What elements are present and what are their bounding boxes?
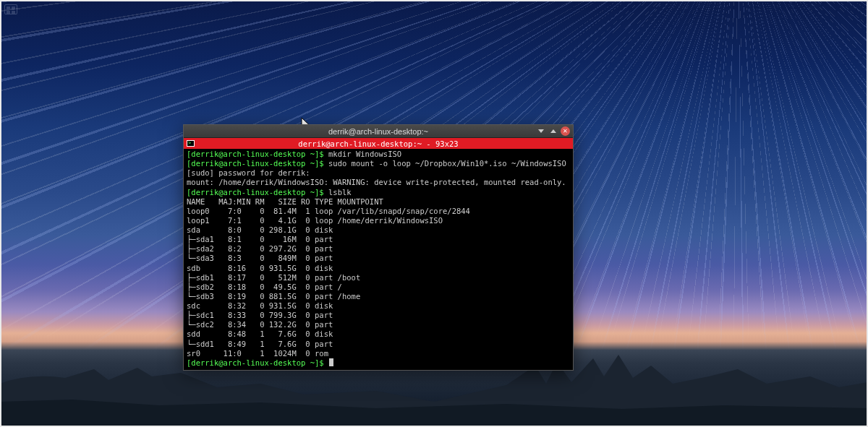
command-1: mkdir WindowsISO	[328, 150, 401, 158]
lsblk-header: NAME MAJ:MIN RM SIZE RO TYPE MOUNTPOINT	[187, 197, 383, 206]
window-titlebar[interactable]: derrik@arch-linux-desktop:~	[184, 125, 573, 138]
prompt-bracket-close: ]$	[315, 159, 324, 168]
terminal-icon	[187, 140, 195, 147]
lsblk-row: ├─sda2 8:2 0 297.2G 0 part	[187, 244, 338, 253]
lsblk-row: ├─sdb1 8:17 0 512M 0 part /boot	[187, 273, 360, 282]
terminal-session-label: derrik@arch-linux-desktop:~ - 93x23	[184, 139, 573, 148]
prompt-bracket-close: ]$	[315, 150, 324, 158]
lsblk-row: ├─sda1 8:1 0 16M 0 part	[187, 235, 338, 243]
lsblk-row: └─sdd1 8:49 1 7.6G 0 part	[187, 340, 338, 348]
lsblk-row: └─sdb3 8:19 0 881.5G 0 part /home	[187, 292, 360, 301]
terminal-body[interactable]: [derrik@arch-linux-desktop ~]$ mkdir Win…	[184, 149, 573, 370]
maximize-button[interactable]	[548, 126, 558, 136]
lsblk-row: sr0 11:0 1 1024M 0 rom	[187, 349, 338, 358]
prompt-bracket-close: ]$	[315, 188, 324, 197]
lsblk-row: sdd 8:48 1 7.6G 0 disk	[187, 329, 338, 338]
lsblk-row: sdc 8:32 0 931.5G 0 disk	[187, 301, 338, 310]
command-3: lsblk	[328, 188, 352, 197]
window-controls	[536, 126, 570, 136]
close-button[interactable]	[561, 126, 570, 136]
prompt-user-host: derrik@arch-linux-desktop	[191, 150, 305, 158]
prompt-user-host: derrik@arch-linux-desktop	[191, 358, 305, 367]
lsblk-row: └─sdc2 8:34 0 132.2G 0 part	[187, 320, 338, 329]
terminal-menubar[interactable]: derrik@arch-linux-desktop:~ - 93x23	[184, 138, 573, 149]
lsblk-row: loop0 7:0 0 81.4M 1 loop /var/lib/snapd/…	[187, 207, 470, 215]
lsblk-row: loop1 7:1 0 4.1G 0 loop /home/derrik/Win…	[187, 216, 443, 225]
prompt-user-host: derrik@arch-linux-desktop	[191, 188, 305, 197]
lsblk-row: └─sda3 8:3 0 849M 0 part	[187, 254, 338, 262]
prompt-user-host: derrik@arch-linux-desktop	[191, 159, 305, 168]
lsblk-row: sdb 8:16 0 931.5G 0 disk	[187, 264, 338, 272]
lsblk-row: ├─sdc1 8:33 0 799.3G 0 part	[187, 311, 338, 319]
lsblk-row: sda 8:0 0 298.1G 0 disk	[187, 225, 338, 234]
window-title: derrik@arch-linux-desktop:~	[328, 127, 428, 136]
command-2: sudo mount -o loop ~/Dropbox/Win10*.iso …	[328, 159, 566, 168]
workspace-switcher-icon[interactable]	[4, 4, 17, 14]
terminal-window[interactable]: derrik@arch-linux-desktop:~ derrik@arch-…	[183, 124, 574, 371]
terminal-cursor	[329, 358, 333, 366]
output-sudo: [sudo] password for derrik:	[187, 168, 310, 177]
output-mount-warning: mount: /home/derrik/WindowsISO: WARNING:…	[187, 178, 566, 186]
lsblk-row: ├─sdb2 8:18 0 49.5G 0 part /	[187, 282, 342, 291]
minimize-button[interactable]	[536, 126, 545, 136]
prompt-bracket-close: ]$	[315, 358, 324, 367]
